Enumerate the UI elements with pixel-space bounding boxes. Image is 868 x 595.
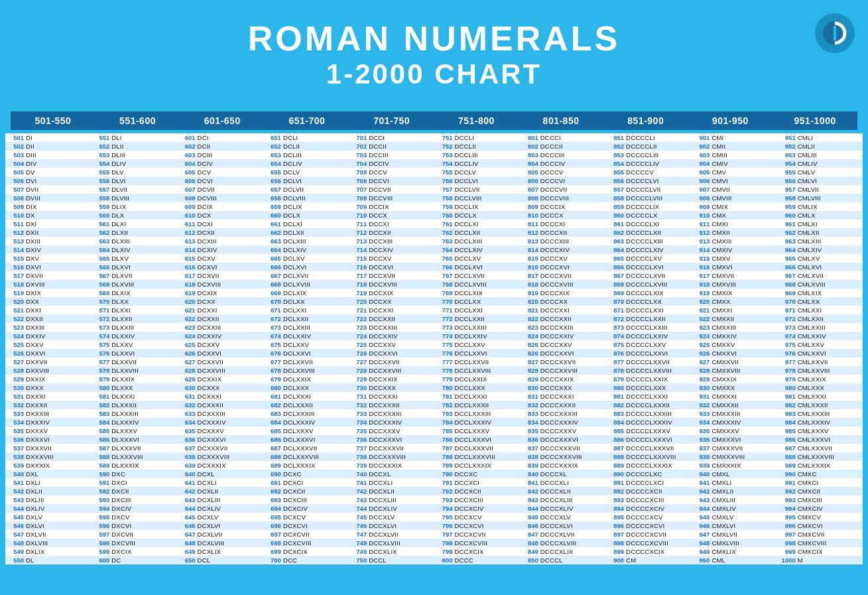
number-cell: 700: [264, 557, 281, 564]
table-row: 981CMLXXXI: [777, 392, 863, 401]
number-cell: 996: [778, 522, 796, 529]
table-row: 541DXLI: [5, 478, 91, 487]
number-cell: 871: [607, 306, 624, 314]
number-cell: 651: [264, 134, 281, 141]
roman-cell: DXCVI: [111, 522, 131, 529]
table-row: 917CMXVII: [691, 271, 776, 280]
roman-cell: DCCLXXVIII: [455, 367, 491, 374]
roman-cell: CMLVIII: [798, 194, 821, 202]
roman-cell: DXXVIII: [26, 367, 49, 374]
roman-cell: DLXV: [111, 255, 129, 262]
roman-cell: DCCCCLXXXIII: [626, 410, 672, 417]
number-cell: 885: [607, 427, 624, 434]
table-row: 899DCCCCXCIX: [605, 547, 691, 556]
table-row: 737DCCXXXVII: [348, 444, 434, 452]
number-cell: 693: [264, 496, 281, 503]
roman-cell: DCCXXXI: [369, 393, 398, 400]
roman-cell: DCXXV: [198, 341, 220, 348]
number-cell: 790: [436, 470, 453, 478]
table-row: 578DLXXVIII: [91, 366, 176, 375]
roman-cell: DXII: [26, 229, 38, 236]
table-row: 859DCCCCLIX: [605, 202, 691, 211]
section-header-851-900: 851-900: [603, 111, 688, 130]
table-row: 807DCCCVII: [520, 185, 605, 194]
roman-cell: DCCCXI: [540, 220, 566, 228]
roman-cell: DCCLXXXIV: [455, 419, 492, 426]
roman-cell: DCCCCXCII: [626, 488, 662, 495]
number-cell: 864: [607, 246, 624, 253]
number-cell: 869: [607, 289, 624, 297]
number-cell: 858: [607, 194, 624, 202]
table-row: 829DCCCXXIX: [520, 375, 605, 383]
roman-cell: DCCCXLIV: [540, 505, 574, 512]
table-row: 694DCXCIV: [263, 504, 348, 513]
roman-cell: CMXCIX: [798, 548, 823, 555]
table-row: 819DCCCXIX: [520, 289, 605, 297]
table-row: 585DLXXXV: [91, 427, 176, 435]
table-row: 501DI: [5, 133, 91, 142]
roman-cell: DCCXCVII: [455, 531, 486, 538]
roman-cell: CMXLIII: [712, 496, 735, 503]
table-row: 864DCCCCLXIV: [605, 245, 691, 254]
roman-cell: DXLVII: [26, 531, 46, 538]
number-cell: 777: [436, 358, 453, 365]
number-cell: 612: [178, 229, 196, 236]
table-row: 749DCCXLIX: [348, 547, 434, 556]
roman-cell: DCLXXXII: [283, 401, 313, 409]
table-row: 510DX: [5, 211, 91, 220]
number-cell: 967: [778, 272, 796, 279]
roman-cell: DXXIV: [26, 332, 46, 340]
number-cell: 544: [7, 505, 24, 512]
roman-cell: DCLXXVI: [283, 350, 311, 357]
number-cell: 541: [7, 479, 24, 486]
number-cell: 712: [349, 229, 367, 236]
number-cell: 756: [436, 177, 453, 184]
number-cell: 644: [178, 505, 196, 512]
table-row: 515DXV: [5, 254, 91, 263]
table-row: 777DCCLXXVII: [434, 358, 520, 366]
table-row: 940CMXL: [691, 470, 776, 478]
roman-cell: DCCCIII: [540, 151, 565, 159]
section-header-601-650: 601-650: [180, 111, 265, 130]
table-row: 690DCXC: [263, 470, 348, 478]
number-cell: 578: [92, 367, 109, 374]
table-row: 773DCCLXXIII: [434, 323, 520, 332]
number-cell: 960: [778, 212, 796, 219]
roman-cell: DCXV: [198, 255, 216, 262]
number-cell: 736: [349, 436, 367, 443]
roman-cell: DCCCXXIX: [540, 375, 574, 383]
roman-cell: DCCI: [369, 134, 385, 141]
table-row: 743DCCXLIII: [348, 496, 434, 504]
number-cell: 695: [264, 513, 281, 521]
number-cell: 738: [349, 453, 367, 460]
number-cell: 528: [7, 367, 24, 374]
table-row: 956CMLVI: [777, 176, 863, 185]
roman-cell: DCX: [198, 212, 212, 219]
number-cell: 620: [178, 298, 196, 305]
roman-cell: CMXXXVIII: [712, 453, 745, 460]
table-row: 664DCLXIV: [263, 245, 348, 254]
roman-cell: DXXXVII: [26, 444, 52, 452]
roman-cell: DCC: [283, 557, 297, 564]
table-row: 522DXXII: [5, 314, 91, 323]
table-row: 974CMLXXIV: [777, 332, 863, 340]
number-cell: 542: [7, 488, 24, 495]
table-row: 794DCCXCIV: [434, 504, 520, 513]
number-cell: 997: [778, 531, 796, 538]
table-row: 785DCCLXXXV: [434, 427, 520, 435]
table-row: 519DXIX: [5, 289, 91, 297]
roman-cell: DXLVI: [26, 522, 44, 529]
number-cell: 831: [521, 393, 538, 400]
number-cell: 925: [692, 341, 710, 348]
table-row: 767DCCLXVII: [434, 271, 520, 280]
roman-cell: DCV: [198, 168, 212, 176]
table-row: 684DCLXXXIV: [263, 418, 348, 427]
number-cell: 843: [521, 496, 538, 503]
title-line2: 1-2000 CHART: [13, 58, 855, 91]
roman-cell: DCXXII: [198, 315, 219, 322]
roman-cell: DCCXIV: [369, 246, 393, 253]
table-row: 930CMXXX: [691, 383, 776, 392]
roman-cell: CMV: [712, 168, 726, 176]
roman-cell: CMXXXIX: [712, 462, 741, 469]
roman-cell: DCLIII: [283, 151, 302, 159]
